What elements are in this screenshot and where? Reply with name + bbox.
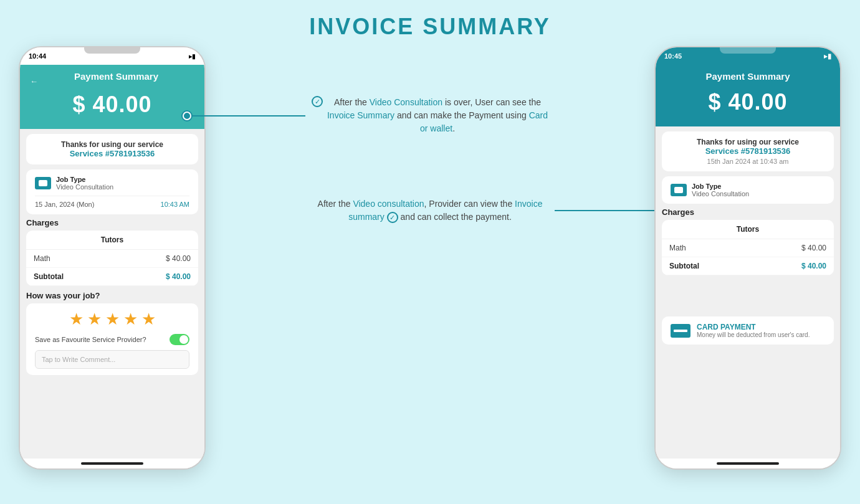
right-charges-section: Charges Tutors Math $ 40.00 Subtotal $ 4… — [662, 207, 834, 275]
charge-row-math: Math $ 40.00 — [26, 250, 198, 268]
highlight-invoice-summary: Invoice Summary — [327, 110, 394, 120]
right-charges-title: Charges — [662, 207, 834, 217]
right-charge-label: Math — [669, 244, 686, 252]
subtotal-row: Subtotal $ 40.00 — [26, 268, 198, 286]
right-job-type-label: Job Type — [692, 183, 749, 190]
right-header-amount: $ 40.00 — [666, 89, 830, 115]
star-1[interactable]: ★ — [69, 310, 84, 329]
right-phone: 10:45 ▸▮ Payment Summary $ 40.00 Thanks … — [654, 46, 841, 470]
back-button[interactable]: ← — [30, 77, 38, 86]
right-service-card: Thanks for using our service Services #5… — [662, 131, 834, 171]
favourite-row: Save as Favourite Service Provider? — [35, 334, 189, 345]
card-payment-title: CARD PAYMENT — [697, 323, 810, 331]
left-phone: 10:44 ▸▮ ← Payment Summary $ 40.00 Thank… — [19, 46, 206, 470]
job-date-row: 15 Jan, 2024 (Mon) 10:43 AM — [35, 196, 189, 208]
right-video-icon — [671, 184, 687, 196]
charges-table: Tutors Math $ 40.00 Subtotal $ 40.00 — [26, 231, 198, 286]
right-job-type-val: Video Consultation — [692, 190, 749, 197]
subtotal-amount: $ 40.00 — [166, 272, 191, 281]
rating-title: How was your job? — [26, 291, 198, 300]
highlight-video-consultation-2: Video consultation — [353, 199, 424, 209]
left-charges-section: Charges Tutors Math $ 40.00 Subtotal $ 4… — [26, 218, 198, 286]
subtotal-label: Subtotal — [34, 272, 64, 281]
favourite-toggle[interactable] — [170, 334, 189, 345]
right-charges-table: Tutors Math $ 40.00 Subtotal $ 40.00 — [662, 220, 834, 275]
charge-label: Math — [34, 254, 50, 263]
video-icon — [35, 177, 51, 189]
right-charge-amount: $ 40.00 — [801, 244, 826, 252]
card-payment-text: CARD PAYMENT Money will be deducted from… — [697, 323, 810, 338]
home-indicator — [81, 462, 143, 465]
right-home-indicator — [717, 462, 779, 465]
job-type-val: Video Consultation — [56, 183, 113, 191]
card-icon — [671, 324, 690, 338]
stars-row: ★ ★ ★ ★ ★ — [35, 310, 189, 329]
comment-box[interactable]: Tap to Write Comment... — [35, 350, 189, 369]
page-title: INVOICE SUMMARY — [0, 0, 860, 46]
left-job-card: Job Type Video Consultation 15 Jan, 2024… — [26, 169, 198, 214]
left-thanks-text: Thanks for using our service — [35, 140, 189, 149]
right-status-bar: 10:45 ▸▮ — [656, 47, 840, 65]
right-subtotal-amount: $ 40.00 — [801, 262, 826, 270]
right-phone-header: Payment Summary $ 40.00 — [656, 65, 840, 126]
card-payment-row: CARD PAYMENT Money will be deducted from… — [662, 316, 834, 345]
charge-amount: $ 40.00 — [166, 254, 191, 263]
right-subtotal-row: Subtotal $ 40.00 — [662, 257, 834, 275]
left-status-icons: ▸▮ — [189, 53, 196, 60]
highlight-card-wallet: Card or wallet — [420, 110, 548, 133]
right-home-indicator-bar — [656, 459, 840, 468]
check-icon-bottom: ✓ — [387, 212, 398, 223]
right-tutors-header: Tutors — [662, 220, 834, 239]
right-time: 10:45 — [664, 52, 682, 60]
tutors-header: Tutors — [26, 231, 198, 250]
star-4[interactable]: ★ — [123, 310, 138, 329]
charges-title: Charges — [26, 218, 198, 227]
left-service-number: Services #5781913536 — [35, 149, 189, 158]
left-status-bar: 10:44 ▸▮ — [20, 47, 204, 65]
star-3[interactable]: ★ — [105, 310, 120, 329]
star-2[interactable]: ★ — [87, 310, 102, 329]
left-header-amount: $ 40.00 — [30, 92, 194, 118]
right-charge-row-math: Math $ 40.00 — [662, 239, 834, 257]
rating-section: How was your job? ★ ★ ★ ★ ★ Save as Favo… — [26, 291, 198, 375]
top-annotation: ✓ After the Video Consultation is over, … — [312, 96, 548, 135]
job-time: 10:43 AM — [161, 201, 189, 208]
left-time: 10:44 — [29, 52, 46, 60]
left-header-title: Payment Summary — [38, 71, 194, 82]
right-header-title: Payment Summary — [666, 71, 830, 82]
star-5[interactable]: ★ — [141, 310, 156, 329]
job-type-label: Job Type — [56, 176, 113, 183]
right-status-icons: ▸▮ — [824, 52, 831, 60]
right-thanks-text: Thanks for using our service — [671, 138, 825, 146]
left-phone-header: ← Payment Summary $ 40.00 — [20, 65, 204, 129]
right-service-number: Services #5781913536 — [671, 146, 825, 156]
check-icon-top: ✓ — [312, 96, 323, 107]
left-service-card: Thanks for using our service Services #5… — [26, 134, 198, 164]
right-job-card: Job Type Video Consultation — [662, 176, 834, 204]
job-date: 15 Jan, 2024 (Mon) — [35, 201, 94, 208]
highlight-video-consultation: Video Consultation — [370, 97, 442, 107]
right-subtotal-label: Subtotal — [669, 262, 699, 270]
favourite-label: Save as Favourite Service Provider? — [35, 336, 146, 343]
right-service-date: 15th Jan 2024 at 10:43 am — [671, 158, 825, 165]
left-connector-top — [187, 115, 305, 116]
bottom-annotation: After the Video consultation, Provider c… — [312, 197, 548, 224]
left-home-indicator-bar — [20, 459, 204, 468]
center-area: ✓ After the Video Consultation is over, … — [206, 96, 654, 224]
card-payment-desc: Money will be deducted from user's card. — [697, 331, 810, 338]
top-annotation-text: After the Video Consultation is over, Us… — [327, 96, 548, 135]
top-dot — [183, 112, 191, 120]
bottom-annotation-text: After the Video consultation, Provider c… — [312, 197, 548, 224]
